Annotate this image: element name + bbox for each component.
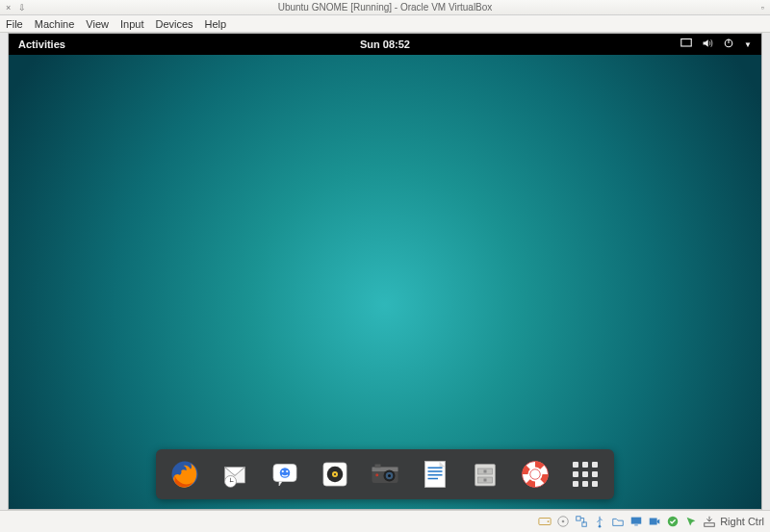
menu-view[interactable]: View (86, 18, 109, 30)
statusbar-optical-icon[interactable] (555, 515, 570, 529)
statusbar-network-icon[interactable] (574, 515, 588, 529)
apps-grid-icon (569, 458, 602, 491)
svg-rect-39 (576, 517, 579, 520)
statusbar-host-key: Right Ctrl (720, 516, 764, 527)
svg-rect-30 (484, 470, 487, 473)
dock-app-rhythmbox[interactable] (316, 455, 354, 494)
dock-app-empathy[interactable] (266, 455, 304, 494)
screen-icon[interactable] (680, 38, 692, 51)
maximize-icon[interactable]: ▫ (761, 3, 764, 13)
statusbar-hdd-icon[interactable] (537, 515, 552, 529)
svg-point-20 (388, 474, 391, 477)
dock-app-libreoffice-writer[interactable] (416, 455, 454, 494)
svg-point-41 (598, 525, 601, 528)
svg-point-10 (282, 470, 284, 472)
statusbar-guest-additions-icon[interactable] (665, 515, 680, 529)
chevron-down-icon[interactable]: ▼ (744, 40, 752, 49)
svg-point-11 (286, 470, 288, 472)
dock-app-help[interactable] (516, 455, 554, 494)
pin-icon[interactable]: ⇩ (18, 3, 26, 13)
dock-app-grid[interactable] (566, 455, 604, 494)
svg-rect-25 (428, 470, 443, 472)
menu-input[interactable]: Input (120, 18, 143, 30)
dock-app-firefox[interactable] (166, 455, 204, 494)
svg-point-36 (547, 520, 549, 522)
system-status-area[interactable]: ▼ (680, 38, 752, 51)
svg-rect-24 (428, 468, 443, 469)
svg-rect-46 (704, 523, 714, 527)
statusbar-display-icon[interactable] (629, 515, 643, 529)
volume-icon[interactable] (702, 38, 713, 51)
vm-display: Activities Sun 08:52 ▼ (8, 33, 762, 510)
window-title: Ubuntu GNOME [Running] - Oracle VM Virtu… (0, 2, 770, 13)
menu-devices[interactable]: Devices (155, 18, 192, 30)
svg-point-22 (375, 473, 378, 476)
svg-rect-32 (484, 479, 487, 482)
dock (156, 449, 614, 499)
svg-rect-26 (428, 474, 443, 476)
svg-point-15 (334, 473, 336, 475)
svg-rect-27 (428, 478, 439, 480)
statusbar-usb-icon[interactable] (592, 515, 606, 529)
statusbar-recording-icon[interactable] (647, 515, 661, 529)
host-titlebar: × ⇩ Ubuntu GNOME [Running] - Oracle VM V… (0, 0, 770, 15)
statusbar-mouse-integration-icon[interactable] (683, 515, 698, 529)
activities-button[interactable]: Activities (18, 38, 65, 50)
host-statusbar: Right Ctrl (0, 510, 770, 532)
dock-app-files[interactable] (466, 455, 504, 494)
menu-help[interactable]: Help (205, 18, 227, 30)
svg-point-34 (530, 469, 541, 480)
power-icon[interactable] (723, 38, 734, 51)
menu-file[interactable]: File (6, 18, 23, 30)
svg-point-38 (561, 520, 564, 523)
svg-rect-0 (681, 39, 692, 47)
svg-rect-43 (634, 525, 638, 526)
menu-machine[interactable]: Machine (35, 18, 75, 30)
desktop-wallpaper[interactable] (9, 55, 761, 509)
svg-rect-21 (375, 465, 381, 469)
svg-rect-44 (649, 519, 656, 525)
statusbar-shared-folder-icon[interactable] (610, 515, 625, 529)
clock[interactable]: Sun 08:52 (9, 38, 761, 50)
dock-app-evolution[interactable] (216, 455, 254, 494)
svg-rect-42 (630, 518, 641, 524)
statusbar-keyboard-icon[interactable] (702, 515, 716, 529)
gnome-topbar: Activities Sun 08:52 ▼ (9, 34, 761, 55)
dock-app-shotwell[interactable] (366, 455, 404, 494)
host-menubar: File Machine View Input Devices Help (0, 15, 770, 33)
close-icon[interactable]: × (6, 3, 11, 13)
